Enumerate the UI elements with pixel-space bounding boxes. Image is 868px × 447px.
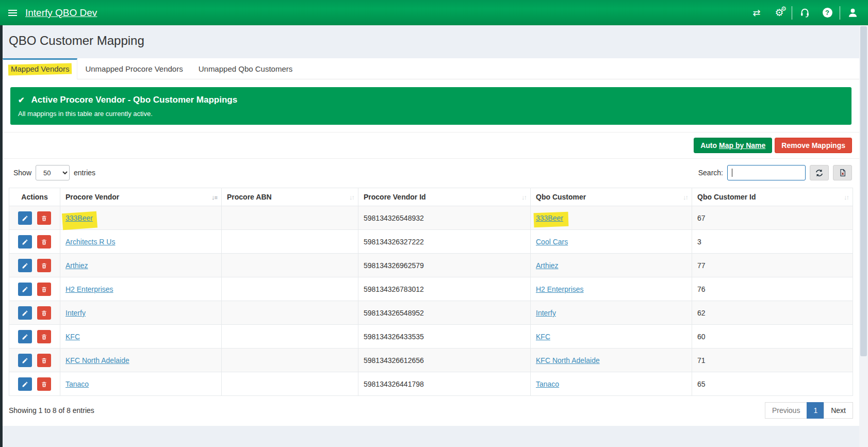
edit-button[interactable] [18,283,32,296]
column-header-qbo-customer-id[interactable]: Qbo Customer Id↓↑ [692,188,853,206]
table-row: KFC 598134326433535 KFC 60 [9,325,853,349]
qbo-customer-link[interactable]: Cool Cars [536,238,568,246]
sort-both-icon: ↓↑ [349,193,354,201]
tab-unmapped-qbo-customers[interactable]: Unmapped Qbo Customers [191,58,301,79]
text-caret [732,169,732,177]
pencil-icon [22,310,28,317]
auto-map-by-name-button[interactable]: AutoMap by Name [694,138,772,153]
qbo-customer-id-cell: 76 [692,277,853,301]
next-page-button[interactable]: Next [824,402,853,419]
brand-link[interactable]: Interfy QBO Dev [25,7,97,19]
qbo-customer-cell: 333Beer [531,206,692,230]
procore-vendor-id-cell: 598134326327222 [358,230,531,254]
qbo-customer-id-cell: 71 [692,349,853,372]
trash-icon [41,262,47,269]
procore-vendor-link[interactable]: Interfy [65,309,86,317]
qbo-customer-cell: H2 Enterprises [531,277,692,301]
qbo-customer-cell: Arthiez [531,254,692,277]
sidebar-toggle-button[interactable] [0,0,25,25]
procore-vendor-cell: Architects R Us [60,230,222,254]
qbo-customer-link[interactable]: KFC [536,333,550,341]
tab-unmapped-procore-vendors[interactable]: Unmapped Procore Vendors [77,58,190,79]
edit-button[interactable] [18,259,32,272]
edit-button[interactable] [18,354,32,367]
table-row: Tanaco 598134326441798 Tanaco 65 [9,372,853,396]
remove-mappings-button[interactable]: Remove Mappings [775,138,852,153]
procore-vendor-id-cell: 598134326441798 [358,372,531,396]
procore-abn-cell [222,230,358,254]
procore-vendor-link[interactable]: Tanaco [65,380,89,388]
procore-vendor-cell: KFC [60,325,222,349]
delete-button[interactable] [37,235,51,249]
pencil-icon [22,357,28,364]
qbo-customer-link[interactable]: 333Beer [536,214,563,222]
qbo-customer-link[interactable]: KFC North Adelaide [536,356,600,365]
edit-button[interactable] [18,377,32,391]
edit-button[interactable] [18,330,32,343]
actions-cell [9,349,60,372]
cogs-icon[interactable]: ⚙⚙ [768,0,791,25]
edit-button[interactable] [18,211,32,225]
procore-vendor-id-cell: 598134326548952 [358,301,531,325]
search-input[interactable] [727,165,806,180]
entries-summary: Showing 1 to 8 of 8 entries [9,406,94,415]
delete-button[interactable] [37,354,51,367]
delete-button[interactable] [37,377,51,391]
refresh-button[interactable] [810,165,829,180]
procore-vendor-id-cell: 598134326783012 [358,277,531,301]
delete-button[interactable] [37,330,51,343]
tab-mapped-vendors[interactable]: Mapped Vendors [3,58,77,79]
procore-vendor-id-cell: 598134326962579 [358,254,531,277]
scrollbar-track[interactable] [859,25,868,447]
page-length-select[interactable]: 50 [36,165,70,180]
delete-button[interactable] [37,211,51,225]
navbar-divider [792,6,792,20]
procore-vendor-link[interactable]: Architects R Us [65,238,115,246]
delete-button[interactable] [37,259,51,272]
procore-vendor-link[interactable]: KFC North Adelaide [65,356,129,365]
page-title: QBO Customer Mapping [3,25,859,54]
table-row: KFC North Adelaide 598134326612656 KFC N… [9,349,853,372]
column-header-procore-vendor-id[interactable]: Procore Vendor Id↓↑ [358,188,531,206]
procore-vendor-link[interactable]: KFC [65,333,80,341]
procore-vendor-link[interactable]: Arthiez [65,261,88,270]
navbar-divider [840,6,840,20]
actions-cell [9,325,60,349]
content-area: QBO Customer Mapping Mapped Vendors Unma… [3,25,859,426]
edit-button[interactable] [18,306,32,320]
previous-page-button[interactable]: Previous [765,402,807,419]
export-excel-button[interactable] [833,165,852,180]
edit-button[interactable] [18,235,32,249]
qbo-customer-link[interactable]: H2 Enterprises [536,285,584,293]
collapsed-sidebar[interactable] [0,25,3,447]
help-icon[interactable]: ? [816,0,839,25]
column-header-procore-vendor[interactable]: Procore Vendor↓≡ [60,188,222,206]
sync-icon[interactable]: ⇄ [745,0,768,25]
qbo-customer-link[interactable]: Tanaco [536,380,559,388]
show-label: Show [13,169,31,177]
trash-icon [41,357,47,364]
pagination: Previous 1 Next [765,402,853,419]
delete-button[interactable] [37,306,51,320]
scrollbar-thumb[interactable] [860,26,867,356]
column-header-qbo-customer[interactable]: Qbo Customer↓↑ [531,188,692,206]
column-header-procore-abn[interactable]: Procore ABN↓↑ [222,188,358,206]
headset-icon[interactable] [793,0,816,25]
procore-vendor-link[interactable]: H2 Enterprises [65,285,113,293]
table-footer: Showing 1 to 8 of 8 entries Previous 1 N… [3,396,859,426]
qbo-customer-link[interactable]: Interfy [536,309,556,317]
qbo-customer-link[interactable]: Arthiez [536,261,559,270]
table-row: Interfy 598134326548952 Interfy 62 [9,301,853,325]
procore-vendor-link[interactable]: 333Beer [65,214,93,222]
qbo-customer-cell: Interfy [531,301,692,325]
table-header-row: ActionsProcore Vendor↓≡Procore ABN↓↑Proc… [9,188,853,206]
mapping-table: ActionsProcore Vendor↓≡Procore ABN↓↑Proc… [9,188,853,396]
user-icon[interactable] [841,0,864,25]
procore-vendor-cell: 333Beer [60,206,222,230]
table-row: H2 Enterprises 598134326783012 H2 Enterp… [9,277,853,301]
delete-button[interactable] [37,283,51,296]
qbo-customer-id-cell: 60 [692,325,853,349]
trash-icon [41,381,47,388]
qbo-customer-id-cell: 3 [692,230,853,254]
page-1-button[interactable]: 1 [807,402,824,419]
